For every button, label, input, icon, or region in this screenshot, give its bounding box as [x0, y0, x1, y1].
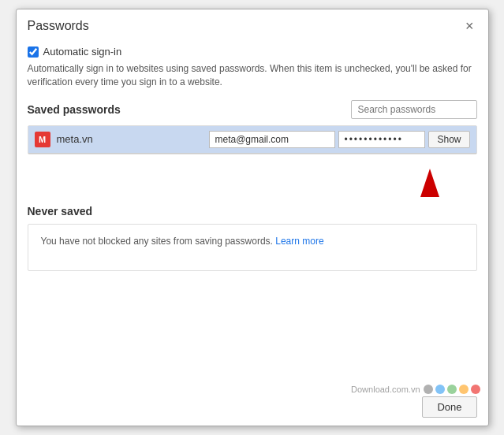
- arrow-annotation: [28, 169, 477, 197]
- never-saved-box: You have not blocked any sites from savi…: [28, 224, 477, 271]
- dialog-header: Passwords ×: [17, 9, 488, 39]
- email-field[interactable]: [209, 131, 335, 148]
- learn-more-link[interactable]: Learn more: [275, 236, 323, 247]
- saved-passwords-title: Saved passwords: [28, 103, 121, 116]
- never-saved-title: Never saved: [28, 205, 477, 217]
- dialog-footer: Download.com.vn Done: [17, 392, 488, 426]
- never-saved-section: Never saved You have not blocked any sit…: [28, 205, 477, 271]
- search-input[interactable]: [351, 100, 477, 119]
- dialog-title: Passwords: [28, 19, 89, 33]
- auto-signin-checkbox[interactable]: [28, 46, 39, 58]
- show-password-button[interactable]: Show: [428, 131, 469, 148]
- auto-signin-label[interactable]: Automatic sign-in: [43, 46, 122, 58]
- saved-passwords-header: Saved passwords: [28, 100, 477, 119]
- never-saved-message: You have not blocked any sites from savi…: [41, 236, 273, 247]
- site-favicon: M: [35, 132, 50, 147]
- svg-marker-0: [420, 169, 439, 197]
- passwords-dialog: Passwords × Automatic sign-in Automatica…: [16, 9, 489, 426]
- done-button[interactable]: Done: [422, 396, 476, 418]
- table-row: M meta.vn Show: [28, 126, 476, 154]
- close-button[interactable]: ×: [462, 17, 477, 35]
- arrow-icon: [420, 169, 439, 197]
- site-name: meta.vn: [57, 133, 210, 145]
- dialog-body: Automatic sign-in Automatically sign in …: [17, 39, 488, 392]
- passwords-table: M meta.vn Show: [28, 125, 477, 154]
- auto-signin-row: Automatic sign-in: [28, 46, 477, 58]
- auto-signin-description: Automatically sign in to websites using …: [28, 62, 477, 89]
- password-field[interactable]: [338, 131, 425, 148]
